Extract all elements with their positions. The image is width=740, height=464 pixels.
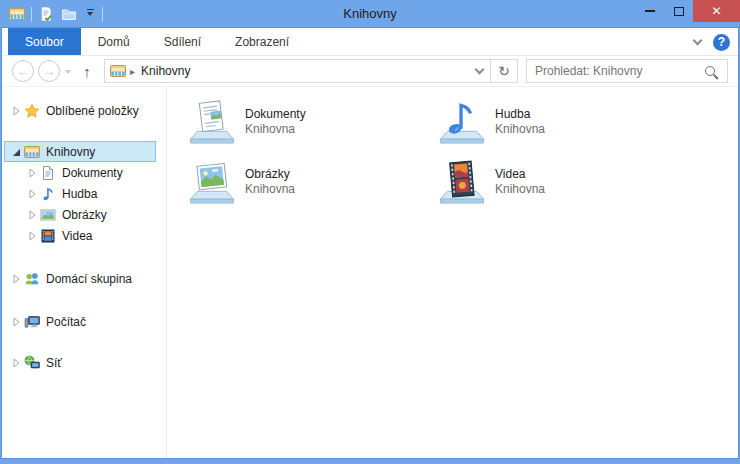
refresh-button[interactable]: ↻ [491,60,517,82]
titlebar[interactable]: Knihovny ✕ [0,0,740,28]
breadcrumb-arrow-icon[interactable]: ▸ [130,66,135,77]
sidebar-item-label: Dokumenty [62,166,123,180]
expand-ribbon-chevron-icon[interactable] [693,35,703,45]
recent-locations-dropdown[interactable] [62,66,74,77]
homegroup-icon [24,271,40,287]
sidebar-item-label: Obrázky [62,208,107,222]
picture-icon [40,207,56,223]
library-item-name: Obrázky [245,167,295,182]
address-dropdown-button[interactable] [468,60,490,82]
back-button[interactable]: ← [12,60,34,82]
forward-icon: → [43,64,56,79]
forward-button[interactable]: → [38,60,60,82]
collapsed-arrow-icon[interactable] [9,357,22,369]
close-icon: ✕ [711,4,721,18]
collapsed-arrow-icon[interactable] [25,209,38,221]
ribbon-tab-row: Soubor Domů Sdílení Zobrazení ? [2,28,738,56]
up-button[interactable]: ↑ [76,63,98,80]
pictures-library-icon [188,159,236,206]
sidebar-item-oblibene-polozky[interactable]: Oblíbené položky [4,100,156,121]
maximize-icon [674,7,684,16]
sidebar-item-label: Hudba [62,187,97,201]
collapsed-arrow-icon[interactable] [9,316,22,328]
help-icon: ? [718,35,725,49]
document-icon [40,165,56,181]
library-item-type: Knihovna [245,182,295,197]
minimize-button[interactable] [635,0,664,22]
separator [31,7,32,22]
search-icon[interactable] [705,66,715,76]
maximize-button[interactable] [664,0,693,22]
sidebar-item-videa[interactable]: Videa [4,225,156,246]
navigation-bar: ← → ↑ ▸ Knihovny ↻ [2,56,738,87]
expanded-arrow-icon[interactable] [9,146,22,158]
address-bar[interactable]: ▸ Knihovny ↻ [104,59,518,83]
sidebar-item-pocitac[interactable]: Počítač [4,311,156,332]
window-frame: Soubor Domů Sdílení Zobrazení ? ← → ↑ ▸ … [2,28,738,458]
new-folder-icon[interactable] [60,5,78,23]
breadcrumb-location[interactable]: Knihovny [141,64,190,78]
minimize-icon [645,10,655,12]
customize-toolbar-dropdown-icon[interactable] [83,9,97,20]
tab-sdileni[interactable]: Sdílení [147,28,218,55]
library-item-videa[interactable]: Videa Knihovna [438,159,688,219]
documents-library-icon [188,99,236,146]
refresh-icon: ↻ [498,63,510,79]
video-icon [40,228,56,244]
library-item-hudba[interactable]: Hudba Knihovna [438,99,688,159]
library-item-obrazky[interactable]: Obrázky Knihovna [188,159,438,219]
library-item-type: Knihovna [495,122,545,137]
star-icon [24,103,40,119]
network-icon [24,355,40,371]
navigation-pane: Oblíbené položky Knihovny [2,87,167,458]
properties-icon[interactable] [37,5,55,23]
search-input[interactable] [527,64,705,78]
sidebar-item-obrazky[interactable]: Obrázky [4,204,156,225]
sidebar-item-domaci-skupina[interactable]: Domácí skupina [4,268,156,289]
quick-access-toolbar [8,5,103,23]
tab-zobrazeni[interactable]: Zobrazení [218,28,306,55]
chevron-down-icon [65,70,71,77]
music-icon [40,186,56,202]
collapsed-arrow-icon[interactable] [25,167,38,179]
libraries-icon [24,144,40,160]
sidebar-item-sit[interactable]: Síť [4,352,156,373]
tab-domu[interactable]: Domů [81,28,147,55]
sidebar-item-label: Oblíbené položky [46,104,139,118]
library-item-name: Videa [495,167,545,182]
close-button[interactable]: ✕ [693,0,740,22]
chevron-down-icon [474,64,484,74]
sidebar-item-label: Síť [46,356,62,370]
videos-library-icon [438,159,486,206]
window-libraries-icon [8,5,26,23]
sidebar-item-label: Počítač [46,315,86,329]
collapsed-arrow-icon[interactable] [25,230,38,242]
sidebar-item-hudba[interactable]: Hudba [4,183,156,204]
sidebar-item-label: Knihovny [46,145,95,159]
library-item-name: Hudba [495,107,545,122]
collapsed-arrow-icon[interactable] [9,273,22,285]
explorer-window: Knihovny ✕ Soubor Domů Sdílení Zobrazení… [0,0,740,464]
computer-icon [24,314,40,330]
sidebar-item-dokumenty[interactable]: Dokumenty [4,162,156,183]
library-item-name: Dokumenty [245,107,306,122]
library-item-type: Knihovna [245,122,306,137]
collapsed-arrow-icon[interactable] [9,105,22,117]
help-button[interactable]: ? [713,34,730,51]
file-list-area[interactable]: Dokumenty Knihovna Hudba [167,87,738,458]
up-icon: ↑ [83,63,91,80]
back-icon: ← [17,64,30,79]
search-box [526,59,728,83]
window-title: Knihovny [343,0,396,28]
library-item-type: Knihovna [495,182,545,197]
library-item-dokumenty[interactable]: Dokumenty Knihovna [188,99,438,159]
separator [102,7,103,22]
sidebar-item-label: Videa [62,229,92,243]
sidebar-item-knihovny[interactable]: Knihovny [4,141,156,162]
window-controls: ✕ [635,0,740,22]
breadcrumb-libraries-icon [110,63,126,79]
tab-soubor[interactable]: Soubor [8,28,81,55]
collapsed-arrow-icon[interactable] [25,188,38,200]
music-library-icon [438,99,486,146]
sidebar-item-label: Domácí skupina [46,272,132,286]
